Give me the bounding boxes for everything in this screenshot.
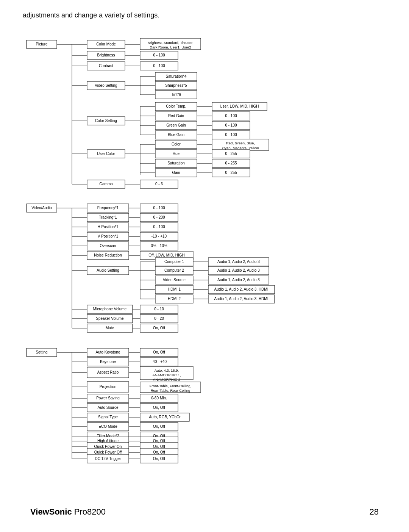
videosource-values: Audio 1, Audio 2, Audio 3 <box>217 278 260 282</box>
computer2-values: Audio 1, Audio 2, Audio 3 <box>217 268 260 272</box>
auto-keystone-label: Auto Keystone <box>95 350 120 354</box>
footer: ViewSonic Pro8200 28 <box>23 507 386 517</box>
color-values: Red, Green, Blue, <box>226 141 255 145</box>
frequency1-label: Frequency*1 <box>97 206 119 210</box>
setting-label: Setting <box>36 350 47 354</box>
signal-type-values: Auto, RGB, YCbCr <box>149 415 181 419</box>
gain-label: Gain <box>172 171 180 175</box>
gamma-label: Gamma <box>99 182 113 186</box>
tracking1-label: Tracking*1 <box>99 215 117 219</box>
overscan-values: 0% - 10% <box>151 244 167 248</box>
svg-text:Dark Room, User1, User2: Dark Room, User1, User2 <box>150 45 191 49</box>
brightness-label: Brightness <box>97 53 115 57</box>
saturation4-label: Saturation*4 <box>165 74 186 78</box>
eco-mode-label: ECO Mode <box>98 424 117 429</box>
gain-values: 0 - 255 <box>225 171 237 175</box>
hposition1-values: 0 - 100 <box>153 225 165 229</box>
power-saving-label: Power Saving <box>96 396 120 400</box>
contrast-label: Contrast <box>99 64 113 68</box>
speaker-volume-values: 0 - 20 <box>154 316 164 321</box>
hdmi1-values: Audio 1, Audio 2, Audio 3, HDMI <box>214 287 269 291</box>
frequency1-values: 0 - 100 <box>153 206 165 210</box>
green-gain-label: Green Gain <box>166 123 186 127</box>
quick-power-on-values: On, Off <box>153 444 165 449</box>
eco-mode-values: On, Off <box>153 424 165 429</box>
color-setting-label: Color Setting <box>95 119 117 123</box>
mic-volume-values: 0 - 10 <box>154 307 164 311</box>
hdmi2-values: Audio 1, Audio 2, Audio 3, HDMI <box>214 297 269 301</box>
hue-values: 0 - 255 <box>225 152 237 156</box>
hdmi2-label: HDMI 2 <box>168 297 181 301</box>
dc12v-trigger-values: On, Off <box>153 457 165 461</box>
mute-label: Mute <box>106 326 114 330</box>
overscan-label: Overscan <box>100 244 116 248</box>
signal-type-label: Signal Type <box>98 415 118 419</box>
projection-label: Projection <box>100 385 116 389</box>
audio-setting-label: Audio Setting <box>97 268 119 272</box>
contrast-values: 0 - 100 <box>153 64 165 68</box>
sharpness5-label: Sharpness*5 <box>165 83 187 88</box>
brand-bold: ViewSonic <box>30 507 72 516</box>
color-mode-values: Brightest, Standard, Theater, <box>147 41 193 45</box>
mic-volume-label: Microphone Volume <box>93 307 127 311</box>
noisereduction-label: Noise Reduction <box>94 253 122 257</box>
brand-normal: Pro8200 <box>72 507 106 516</box>
aspect-ratio-label: Aspect Ratio <box>97 370 119 374</box>
high-altitude-label: High Altitude <box>97 439 119 443</box>
brand: ViewSonic Pro8200 <box>30 507 106 517</box>
green-gain-values: 0 - 100 <box>225 123 237 127</box>
brightness-values: 0 - 100 <box>153 53 165 57</box>
computer1-values: Audio 1, Audio 2, Audio 3 <box>217 260 260 264</box>
power-saving-values: 0-60 Min. <box>151 396 167 400</box>
auto-source-label: Auto Source <box>97 405 118 410</box>
mute-values: On, Off <box>153 326 165 330</box>
svg-text:Cyan, Magenta, Yellow: Cyan, Magenta, Yellow <box>222 146 259 150</box>
videosource-label: Video Source <box>163 278 186 282</box>
red-gain-label: Red Gain <box>168 114 184 118</box>
color-label: Color <box>172 142 181 146</box>
quick-power-off-label: Quick Power Off <box>94 450 122 454</box>
video-setting-label: Video Setting <box>95 83 117 88</box>
aspect-ratio-values: Auto, 4:3, 16:9, <box>155 368 179 372</box>
hposition1-label: H Position*1 <box>97 225 118 229</box>
vposition1-label: V Position*1 <box>98 234 119 238</box>
svg-text:Rear-Table, Rear-Ceiling: Rear-Table, Rear-Ceiling <box>151 388 190 393</box>
tracking1-values: 0 - 200 <box>153 215 165 219</box>
tint6-label: Tint*6 <box>171 92 181 97</box>
auto-keystone-values: On, Off <box>153 350 165 354</box>
page-header: adjustments and change a variety of sett… <box>23 11 386 19</box>
hdmi1-label: HDMI 1 <box>168 287 181 291</box>
auto-source-values: On, Off <box>153 405 165 410</box>
quick-power-on-label: Quick Power On <box>94 444 122 449</box>
keystone-values: -40 - +40 <box>151 360 167 364</box>
noisereduction-values: Off, LOW, MID, HIGH <box>148 253 184 257</box>
red-gain-values: 0 - 100 <box>225 114 237 118</box>
gamma-values: 0 - 6 <box>155 182 163 186</box>
speaker-volume-label: Speaker Volume <box>96 316 124 321</box>
color-mode-label: Color Mode <box>96 42 116 46</box>
color-temp-label: Color Temp. <box>166 104 186 108</box>
hue-label: Hue <box>173 152 180 156</box>
svg-text:ANAMORPHIC 1,: ANAMORPHIC 1, <box>153 373 181 377</box>
user-color-label: User Color <box>97 152 115 156</box>
blue-gain-label: Blue Gain <box>168 133 184 137</box>
page-number: 28 <box>370 507 379 517</box>
picture-label: Picture <box>36 42 48 46</box>
projection-values: Front-Table, Front-Ceiling, <box>150 384 191 388</box>
vposition1-values: -10 - +10 <box>151 234 167 238</box>
computer1-label: Computer 1 <box>164 260 184 264</box>
keystone-label: Keystone <box>100 360 116 364</box>
blue-gain-values: 0 - 100 <box>225 133 237 137</box>
saturation-uc-values: 0 - 255 <box>225 161 237 165</box>
high-altitude-values: On, Off <box>153 439 165 443</box>
dc12v-trigger-label: DC 12V Trigger <box>95 457 122 461</box>
computer2-label: Computer 2 <box>164 268 184 272</box>
videoaudio-label: Video/Audio <box>31 206 52 210</box>
saturation-uc-label: Saturation <box>167 161 185 165</box>
diagram: Picture Color Mode Brightest, Standard, … <box>23 27 386 475</box>
color-temp-values: User, LOW, MID, HIGH <box>220 104 259 108</box>
quick-power-off-values: On, Off <box>153 450 165 454</box>
svg-text:ANAMORPHIC 2: ANAMORPHIC 2 <box>153 377 180 382</box>
